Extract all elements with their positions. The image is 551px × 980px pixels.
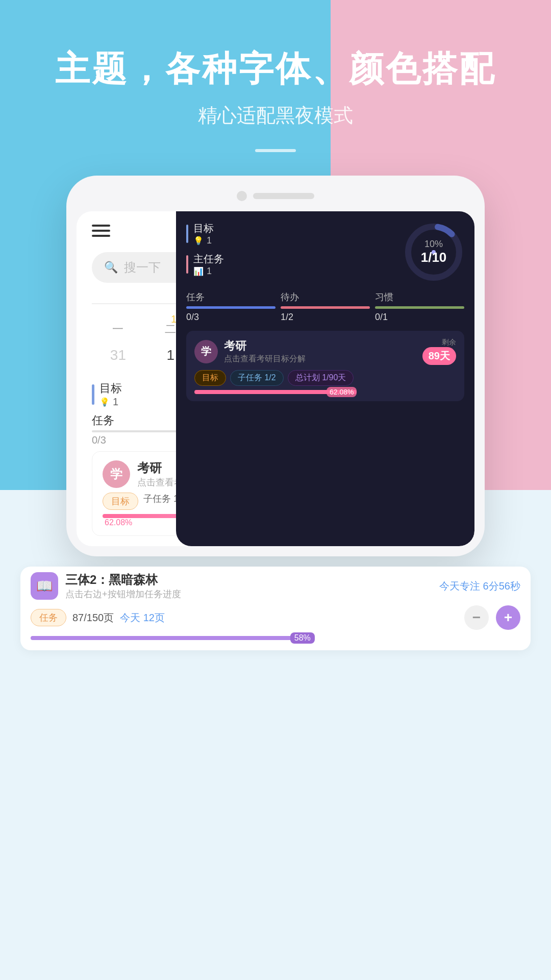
phone-top-bar	[77, 191, 474, 201]
dark-goal-avatar: 学	[194, 340, 218, 363]
dark-goal-title: 考研	[224, 338, 306, 354]
book-pages: 87/150页	[72, 611, 114, 625]
hero-section: 主题，各种字体、颜色搭配 精心适配黑夜模式	[0, 0, 551, 176]
goal-avatar-text: 学	[110, 466, 122, 482]
dark-task-label: 任务	[186, 291, 276, 303]
dark-tag-plan: 总计划 1/90天	[288, 370, 354, 386]
book-header: 📖 三体2：黑暗森林 点击右边+按钮增加任务进度 今天专注 6分56秒	[31, 572, 520, 600]
goal-sub-tasks: 子任务 1/	[143, 493, 181, 510]
dark-goal-tags: 目标 子任务 1/2 总计划 1/90天	[194, 370, 456, 386]
dark-panel: 目标 💡 1 主任务	[176, 211, 474, 546]
dark-tag-goal: 目标	[194, 370, 226, 386]
page-wrapper: 主题，各种字体、颜色搭配 精心适配黑夜模式	[0, 0, 551, 980]
dark-progress-pct: 62.08%	[327, 387, 357, 397]
dark-habit-progress: 习惯 0/1	[375, 291, 464, 323]
book-info: 三体2：黑暗森林 点击右边+按钮增加任务进度	[65, 572, 432, 600]
hero-title: 主题，各种字体、颜色搭配	[0, 46, 551, 92]
minus-button[interactable]: −	[464, 605, 489, 630]
dark-goal-label: 目标	[193, 222, 214, 235]
goal-count: 1	[113, 396, 118, 408]
ring-fraction: 1/10	[421, 250, 447, 265]
dark-goal-avatar-text: 学	[201, 345, 211, 358]
goal-icon-row: 💡 1	[99, 396, 122, 408]
cal-date-31[interactable]: 31	[92, 343, 144, 371]
dark-habit-count: 0/1	[375, 312, 464, 323]
goal-progress-pct: 62.08%	[105, 518, 132, 527]
book-desc: 点击右边+按钮增加任务进度	[65, 588, 432, 600]
dark-goal-indicator	[186, 225, 188, 243]
dark-todo-progress: 待办 1/2	[281, 291, 370, 323]
goal-info: 目标 💡 1	[99, 381, 122, 408]
search-icon: 🔍	[104, 261, 118, 274]
dark-stats-top: 目标 💡 1 主任务	[186, 222, 464, 283]
dark-remainder-label: 剩余	[422, 338, 456, 347]
dark-main-task-icon-row: 📊 1	[193, 266, 224, 277]
plus-button[interactable]: +	[496, 605, 520, 630]
book-controls: − +	[464, 605, 520, 630]
phone-speaker	[253, 193, 314, 199]
dark-goal-count: 1	[207, 235, 212, 246]
dark-todo-bar	[281, 306, 370, 309]
dark-main-task-indicator	[186, 255, 188, 274]
dark-goal-desc: 点击查看考研目标分解	[224, 354, 306, 364]
book-focus: 今天专注 6分56秒	[439, 579, 520, 593]
dark-habit-bar	[375, 306, 464, 309]
dark-days-badge: 89天	[422, 347, 456, 365]
dark-stat-row: 目标 💡 1 主任务	[186, 222, 398, 283]
hero-subtitle: 精心适配黑夜模式	[0, 103, 551, 129]
book-progress-pct: 58%	[290, 632, 315, 644]
dark-task-bar	[186, 306, 276, 309]
dark-main-task-count: 1	[207, 266, 212, 277]
dark-goal-header: 学 考研 点击查看考研目标分解 剩余 89天	[194, 338, 456, 365]
hero-divider	[255, 149, 296, 152]
dark-main-task-label: 主任务	[193, 252, 224, 266]
dark-progress-bar: 62.08%	[194, 390, 357, 394]
book-progress-container: 58%	[31, 636, 520, 640]
dark-task-progress: 任务 0/3	[186, 291, 276, 323]
dark-todo-label: 待办	[281, 291, 370, 303]
dark-goal-card[interactable]: 学 考研 点击查看考研目标分解 剩余 89天 目标 子任务 1/2	[186, 331, 464, 401]
app-screen: 🔍 搜一下 11:34 一 二 三 四 五 六 日	[77, 211, 474, 546]
dark-goal-icon-row: 💡 1	[193, 235, 214, 246]
dark-habit-label: 习惯	[375, 291, 464, 303]
dark-main-task-info: 主任务 📊 1	[193, 252, 224, 277]
phone-mockup: 🔍 搜一下 11:34 一 二 三 四 五 六 日	[66, 176, 485, 556]
goal-label: 目标	[99, 381, 122, 396]
dark-tag-sub: 子任务 1/2	[230, 370, 284, 386]
book-card[interactable]: 📖 三体2：黑暗森林 点击右边+按钮增加任务进度 今天专注 6分56秒 任务 8…	[20, 567, 531, 650]
book-tags-row: 任务 87/150页 今天 12页 − +	[31, 605, 520, 630]
ring-chart: 10% 1/10	[403, 222, 464, 283]
dark-progress-container: 62.08%	[194, 390, 456, 394]
goal-tag-label: 目标	[103, 493, 138, 510]
week-day-mon: 一	[92, 322, 144, 337]
dark-progress-section: 任务 0/3 待办 1/2 习惯 0/1	[186, 291, 464, 323]
dark-lightbulb-icon: 💡	[193, 236, 204, 246]
goal-indicator	[92, 384, 94, 405]
dark-stat-main-task: 主任务 📊 1	[186, 252, 398, 277]
dark-stat-goal: 目标 💡 1	[186, 222, 398, 246]
dark-task-count: 0/3	[186, 312, 276, 323]
dark-bar-chart-icon: 📊	[193, 266, 204, 276]
dark-goal-info: 目标 💡 1	[193, 222, 214, 246]
ring-text: 10% 1/10	[421, 239, 447, 265]
book-tag-task: 任务	[31, 609, 66, 626]
hamburger-menu[interactable]	[92, 225, 110, 237]
below-phone: 📖 三体2：黑暗森林 点击右边+按钮增加任务进度 今天专注 6分56秒 任务 8…	[0, 556, 551, 681]
dark-todo-count: 1/2	[281, 312, 370, 323]
goal-avatar: 学	[103, 460, 130, 488]
dark-goal-card-info: 考研 点击查看考研目标分解	[224, 338, 306, 364]
book-progress-bar: 58%	[31, 636, 315, 640]
book-title: 三体2：黑暗森林	[65, 572, 432, 588]
book-avatar: 📖	[31, 572, 58, 600]
search-placeholder: 搜一下	[124, 259, 161, 276]
lightbulb-icon: 💡	[99, 397, 110, 407]
dark-goal-right: 剩余 89天	[422, 338, 456, 365]
book-today-pages: 今天 12页	[120, 611, 165, 625]
ring-percent: 10%	[421, 239, 447, 250]
phone-camera	[237, 191, 247, 201]
